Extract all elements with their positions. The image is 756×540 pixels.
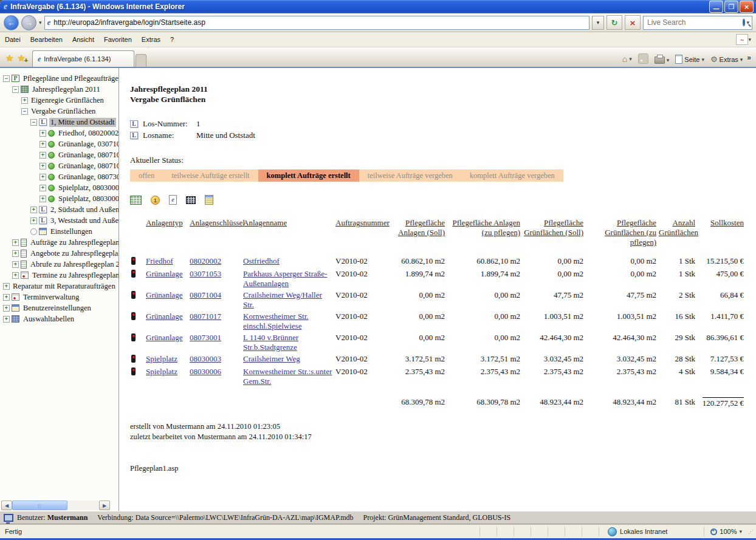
tree-expander-minus-icon[interactable]: − bbox=[12, 86, 19, 93]
column-header-link[interactable]: Auftragsnummer bbox=[335, 218, 390, 227]
tree-item-label[interactable]: Spielplatz, 08030003, Crailsheimer Weg bbox=[57, 183, 119, 193]
tree-item[interactable]: Einstellungen bbox=[0, 226, 119, 237]
favorites-star-icon[interactable]: ★ bbox=[5, 53, 13, 64]
search-input[interactable] bbox=[646, 18, 743, 27]
tree-item[interactable]: −Vergabe Grünflächen bbox=[0, 106, 119, 117]
menu-favoriten[interactable]: Favoriten bbox=[104, 36, 132, 43]
tree-item-label[interactable]: Spielplatz, 08030006, Kornwestheimer Str… bbox=[57, 194, 119, 203]
tree-item-label[interactable]: Grünanlage, 08071017, Kornwestheimer Str… bbox=[57, 162, 119, 171]
cell-link-key[interactable]: 03071053 bbox=[190, 269, 221, 278]
column-header-link[interactable]: Pflegefläche Anlagen (Soll) bbox=[398, 218, 445, 237]
tree-item-label[interactable]: Angebote zu Jahrespflegeplan 2011 bbox=[29, 249, 119, 258]
tools-menu-button[interactable]: ⚙Extras▾ bbox=[710, 55, 743, 64]
tree-expander-plus-icon[interactable]: + bbox=[40, 130, 46, 137]
refresh-button[interactable]: ↻ bbox=[607, 15, 622, 30]
search-icon[interactable] bbox=[743, 19, 745, 26]
tree-item[interactable]: −PPflegepläne und Pflegeaufträge bbox=[0, 73, 119, 84]
tree-horizontal-scrollbar[interactable]: ◀ || ▶ bbox=[1, 501, 110, 510]
resize-grip[interactable]: ⋰ bbox=[748, 528, 754, 535]
cell-link-name[interactable]: Ostfriedhof bbox=[243, 256, 280, 265]
cell-link-typ[interactable]: Grünanlage bbox=[146, 290, 183, 299]
stop-button[interactable]: × bbox=[625, 15, 641, 30]
tree-item[interactable]: +Grünanlage, 03071053, Parkhaus Asperger… bbox=[0, 138, 119, 149]
tree-item-label[interactable]: Jahrespflegeplan 2011 bbox=[31, 85, 101, 94]
tree-item[interactable]: +Aufträge zu Jahrespflegeplan 2011 bbox=[0, 237, 119, 248]
cell-link-key[interactable]: 08073001 bbox=[190, 333, 221, 342]
tree-expander-plus-icon[interactable]: + bbox=[40, 185, 46, 191]
tree-expander-plus-icon[interactable]: + bbox=[40, 163, 46, 169]
tree-item[interactable]: +L2, Südstadt und Außenbereiche bbox=[0, 204, 119, 215]
new-tab-stub[interactable] bbox=[136, 54, 146, 67]
tree-item-label[interactable]: Aufträge zu Jahrespflegeplan 2011 bbox=[29, 238, 119, 247]
tree-item-label[interactable]: 2, Südstadt und Außenbereiche bbox=[49, 205, 119, 214]
cell-link-name[interactable]: Kornwestheimer Str. einschl.Spielwiese bbox=[243, 312, 309, 330]
tree-expander-plus-icon[interactable]: + bbox=[30, 207, 37, 213]
cell-link-typ[interactable]: Grünanlage bbox=[146, 312, 183, 321]
tree-expander-plus-icon[interactable]: + bbox=[21, 97, 28, 104]
tree-item[interactable]: +Spielplatz, 08030006, Kornwestheimer St… bbox=[0, 193, 119, 204]
search-box[interactable]: ▾ bbox=[643, 16, 752, 30]
tree-item-label[interactable]: Grünanlage, 08073001, L 1140 v.Brünner S… bbox=[57, 173, 119, 182]
scrollbar-track[interactable]: || bbox=[12, 501, 99, 510]
tree-item-label[interactable]: Grünanlage, 03071053, Parkhaus Asperger … bbox=[57, 140, 119, 149]
tab-infravergabe[interactable]: e InfraVergabe (6.1.134) bbox=[32, 50, 134, 67]
cell-link-key[interactable]: 08071017 bbox=[190, 312, 221, 321]
column-header-link[interactable]: Pflegefläche Grünflächen (Soll) bbox=[524, 218, 583, 237]
column-header-link[interactable]: Pflegefläche Grünflächen (zu pflegen) bbox=[605, 218, 656, 247]
tree-item[interactable]: +Angebote zu Jahrespflegeplan 2011 bbox=[0, 248, 119, 259]
tree-item[interactable]: −L1, Mitte und Oststadt bbox=[0, 117, 119, 128]
close-button[interactable]: × bbox=[740, 1, 754, 13]
tree-expander-minus-icon[interactable]: − bbox=[3, 75, 10, 82]
tree-expander-plus-icon[interactable]: + bbox=[12, 261, 19, 268]
tree-item-label[interactable]: Grünanlage, 08071004, Crailsheimer Weg bbox=[57, 151, 119, 160]
cell-link-typ[interactable]: Spielplatz bbox=[146, 354, 177, 363]
tree-item-label[interactable]: Reparatur mit Reparaturaufträgen bbox=[12, 282, 117, 291]
spreadsheet-icon[interactable] bbox=[130, 196, 142, 205]
tree-item[interactable]: +Reparatur mit Reparaturaufträgen bbox=[0, 281, 119, 292]
add-favorite-icon[interactable]: ★ bbox=[17, 53, 25, 64]
tree-item[interactable]: +Auswahltabellen bbox=[0, 313, 119, 324]
tree-item-label[interactable]: 3, Weststadt und Außenbereiche bbox=[49, 216, 119, 225]
tree-expander-plus-icon[interactable]: + bbox=[3, 305, 10, 312]
tree-expander-minus-icon[interactable]: − bbox=[21, 108, 28, 115]
tree-item-label[interactable]: Pflegepläne und Pflegeaufträge bbox=[22, 74, 119, 83]
forward-button[interactable]: → bbox=[21, 15, 36, 30]
tree-item[interactable]: +Grünanlage, 08071017, Kornwestheimer St… bbox=[0, 160, 119, 171]
cell-link-name[interactable]: Crailsheimer Weg/Haller Str. bbox=[243, 290, 322, 309]
tree-expander-plus-icon[interactable]: + bbox=[3, 294, 10, 301]
tree-expander-plus-icon[interactable]: + bbox=[3, 316, 10, 323]
menu-ansicht[interactable]: Ansicht bbox=[72, 36, 94, 43]
column-header-link[interactable]: Anzahl Grünflächen bbox=[659, 218, 698, 237]
tree-item-label[interactable]: Abrufe zu Jahrespflegeplan 2011 bbox=[29, 260, 119, 269]
tree-item-label[interactable]: Einstellungen bbox=[49, 227, 94, 236]
address-input[interactable]: e http://europa2/infravergabe/login/Star… bbox=[44, 16, 589, 30]
tree-item-label[interactable]: Eigenregie Grünflächen bbox=[30, 96, 105, 105]
column-header-link[interactable]: Sollkosten bbox=[710, 218, 744, 227]
cell-link-typ[interactable]: Spielplatz bbox=[146, 367, 177, 376]
tree-item-label[interactable]: Vergabe Grünflächen bbox=[30, 107, 97, 116]
cell-link-typ[interactable]: Friedhof bbox=[146, 256, 173, 265]
tree-expander-plus-icon[interactable]: + bbox=[3, 283, 10, 290]
minimize-button[interactable]: — bbox=[709, 1, 723, 13]
acrobat-dropdown-icon[interactable]: ▾ bbox=[748, 36, 751, 43]
address-dropdown-button[interactable]: ▾ bbox=[592, 16, 604, 30]
print-button[interactable]: ▾ bbox=[655, 56, 670, 64]
cell-link-key[interactable]: 08020002 bbox=[190, 256, 221, 265]
tree-item[interactable]: +Terminverwaltung bbox=[0, 292, 119, 302]
history-dropdown-icon[interactable]: ▾ bbox=[39, 19, 42, 26]
feeds-button[interactable] bbox=[638, 53, 648, 64]
menu-bearbeiten[interactable]: Bearbeiten bbox=[30, 36, 63, 43]
page-menu-button[interactable]: Seite▾ bbox=[675, 55, 704, 64]
tree-expander-plus-icon[interactable]: + bbox=[40, 152, 46, 159]
tree-expander-plus-icon[interactable]: + bbox=[40, 174, 46, 180]
tree-item[interactable]: +Friedhof, 08020002, Ostfriedhof bbox=[0, 128, 119, 138]
cell-link-name[interactable]: Crailsheimer Weg bbox=[243, 354, 300, 363]
cell-link-name[interactable]: Kornwestheimer Str.:s.unter Gem.Str. bbox=[243, 367, 332, 386]
tree-item[interactable]: +Abrufe zu Jahrespflegeplan 2011 bbox=[0, 259, 119, 270]
cell-link-key[interactable]: 08030003 bbox=[190, 354, 221, 363]
tree-item[interactable]: +Grünanlage, 08073001, L 1140 v.Brünner … bbox=[0, 171, 119, 182]
notes-icon[interactable] bbox=[205, 195, 213, 205]
tree-expander-plus-icon[interactable]: + bbox=[40, 196, 46, 202]
tree-expander-plus-icon[interactable]: + bbox=[12, 250, 19, 257]
tree-item[interactable]: +Eigenregie Grünflächen bbox=[0, 95, 119, 106]
